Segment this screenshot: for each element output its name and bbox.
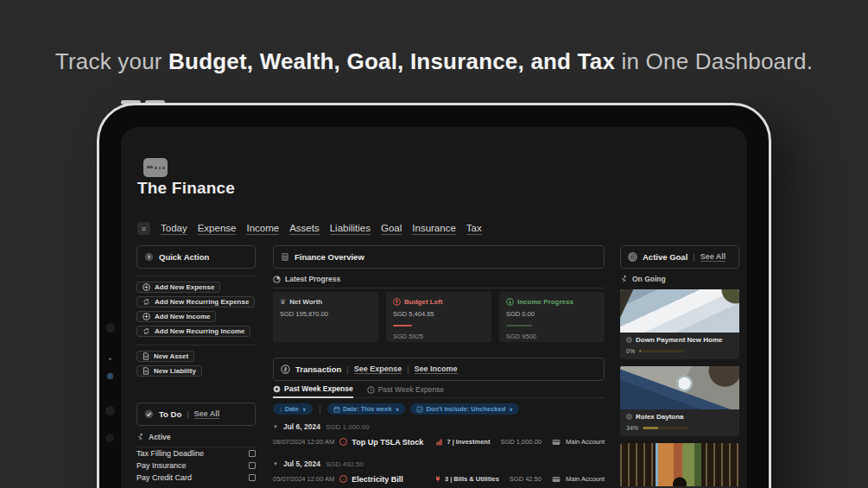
tab-today[interactable]: Today <box>161 223 187 235</box>
watch-photo <box>620 366 739 409</box>
goal-progress-bar <box>643 427 687 429</box>
goal-card-rolex[interactable]: Rolex Daytona 34% <box>620 366 739 436</box>
todo-item: Pay Insurance <box>136 459 256 472</box>
add-new-income-button[interactable]: Add New Income <box>136 311 216 322</box>
tab-liabilities[interactable]: Liabilities <box>330 223 371 235</box>
recurring-icon <box>143 327 150 335</box>
goal-name: Down Payment New Home <box>636 336 722 344</box>
budget-left-card[interactable]: Budget Left SGD 5,404.65 SGD 5925 <box>386 292 491 342</box>
transaction-tabs: Past Week Expense Past Week Expense <box>273 384 605 398</box>
tab-insurance[interactable]: Insurance <box>412 223 456 235</box>
hamburger-icon[interactable]: ≡ <box>137 222 150 235</box>
arrow-down-icon: ↓ <box>279 405 282 413</box>
quick-action-panel: Quick Action Add New Expense Add New Rec… <box>136 245 256 484</box>
date-filter-chip[interactable]: Date: This week ∨ <box>327 403 406 415</box>
marketing-banner: Track your Budget, Wealth, Goal, Insuran… <box>0 0 868 488</box>
net-worth-card[interactable]: ♛ Net Worth SGD 195,870.00 <box>273 292 378 342</box>
plus-circle-icon <box>143 283 150 291</box>
clock-icon <box>367 386 375 394</box>
goal-progress-label: 34% <box>626 425 638 431</box>
bolt-icon <box>144 252 154 262</box>
tab-goal[interactable]: Goal <box>381 223 402 235</box>
chevron-down-icon: ∨ <box>396 406 400 412</box>
todo-checkbox[interactable] <box>249 462 256 469</box>
add-new-recurring-expense-button[interactable]: Add New Recurring Expense <box>136 296 255 307</box>
budget-target: SGD 5925 <box>393 333 485 340</box>
todo-title: To Do <box>159 409 181 419</box>
page-title: The Finance <box>137 179 235 198</box>
expense-arrow-icon: ↑ <box>339 475 347 483</box>
tab-expense[interactable]: Expense <box>198 223 237 235</box>
document-icon <box>143 352 149 360</box>
tab-income[interactable]: Income <box>246 223 279 235</box>
finance-overview-title: Finance Overview <box>295 252 364 262</box>
check-circle-icon <box>144 409 154 419</box>
document-icon <box>143 367 149 375</box>
todo-header: To Do | See All <box>136 402 256 426</box>
tab-past-week-expense-inactive[interactable]: Past Week Expense <box>367 385 444 397</box>
overview-cards: ♛ Net Worth SGD 195,870.00 Budget Left <box>273 292 605 342</box>
target-icon <box>628 252 637 262</box>
transaction-row[interactable]: 06/07/2024 12:00 AM ↑ Top Up TSLA Stock … <box>273 436 605 447</box>
todo-checkbox[interactable] <box>249 450 256 457</box>
todo-see-all-link[interactable]: See All <box>194 409 220 419</box>
goal-card-partial[interactable] <box>620 443 739 488</box>
headline-bold: Budget, Wealth, Goal, Insurance, and Tax <box>168 48 615 74</box>
japan-room-photo <box>620 443 739 486</box>
camera-sensor-icon <box>105 406 115 415</box>
card-stripe <box>147 166 153 168</box>
card-account-icon <box>552 439 561 446</box>
todo-filter: Active <box>136 433 256 441</box>
headline-pre: Track your <box>55 48 168 74</box>
todo-list: Tax Filling Deadline Pay Insurance Pay C… <box>136 447 256 484</box>
tab-past-week-expense-active[interactable]: Past Week Expense <box>273 384 353 398</box>
income-progress-card[interactable]: Income Progress SGD 0.00 SGD 9500 <box>499 292 605 342</box>
add-new-expense-button[interactable]: Add New Expense <box>136 282 220 293</box>
active-goal-panel: Active Goal | See All On Going Do <box>620 245 739 488</box>
add-new-recurring-income-button[interactable]: Add New Recurring Income <box>136 326 250 337</box>
runner-icon <box>136 433 144 441</box>
new-liability-button[interactable]: New Liability <box>136 365 202 377</box>
tablet-frame: The Finance ≡ Today Expense Income Asset… <box>97 103 771 488</box>
transaction-group-header[interactable]: ▼ Jul 5, 2024 SGD 492.50 <box>273 459 605 468</box>
chevron-down-icon: ∨ <box>302 406 307 412</box>
plus-coin-icon <box>273 385 281 393</box>
finance-overview-header: Finance Overview <box>273 245 605 269</box>
arrow-up-circle-red-icon <box>393 298 401 306</box>
checkbox-icon <box>416 406 423 413</box>
divider <box>320 405 320 414</box>
asset-liability-buttons: New Asset New Liability <box>136 345 256 380</box>
transaction-group-header[interactable]: ▼ Jul 6, 2024 SGD 1,000.00 <box>273 422 605 431</box>
goal-see-all-link[interactable]: See All <box>700 252 726 262</box>
quick-action-title: Quick Action <box>159 252 209 262</box>
new-asset-button[interactable]: New Asset <box>136 351 194 362</box>
expense-arrow-icon: ↑ <box>339 438 347 446</box>
todo-item: Pay Credit Card <box>136 472 256 484</box>
transaction-row[interactable]: 05/07/2024 12:00 AM ↑ Electricity Bill 3… <box>273 473 605 485</box>
dont-include-chip[interactable]: Don't Include: Unchecked ∨ <box>410 403 519 415</box>
see-income-link[interactable]: See Income <box>415 364 458 374</box>
collapse-triangle-icon[interactable]: ▼ <box>273 424 278 429</box>
tab-assets[interactable]: Assets <box>289 223 320 235</box>
goal-card-down-payment[interactable]: Down Payment New Home 0% <box>620 289 739 359</box>
collapse-triangle-icon[interactable]: ▼ <box>273 461 278 466</box>
quick-action-buttons: Add New Expense Add New Recurring Expens… <box>136 276 256 380</box>
see-expense-link[interactable]: See Expense <box>354 364 402 374</box>
net-worth-value: SGD 195,870.00 <box>280 310 371 318</box>
active-goal-title: Active Goal <box>643 252 687 262</box>
todo-checkbox[interactable] <box>249 474 256 481</box>
tab-tax[interactable]: Tax <box>466 223 482 235</box>
main-panel: Finance Overview Latest Progress ♛ Net W… <box>273 245 605 485</box>
camera-dot-icon <box>109 358 111 360</box>
net-worth-label: Net Worth <box>289 298 322 306</box>
income-progress-value: SGD 0.00 <box>506 310 598 318</box>
sort-date-chip[interactable]: ↓ Date ∨ <box>273 403 313 415</box>
todo-item: Tax Filling Deadline <box>136 447 256 459</box>
front-camera-icon <box>107 373 113 379</box>
plus-circle-icon <box>143 313 150 320</box>
active-goal-header: Active Goal | See All <box>620 245 739 269</box>
income-target: SGD 9500 <box>506 333 598 340</box>
goal-progress-label: 0% <box>626 348 635 354</box>
goal-status-icon <box>626 337 632 343</box>
goal-status-icon <box>626 414 632 420</box>
